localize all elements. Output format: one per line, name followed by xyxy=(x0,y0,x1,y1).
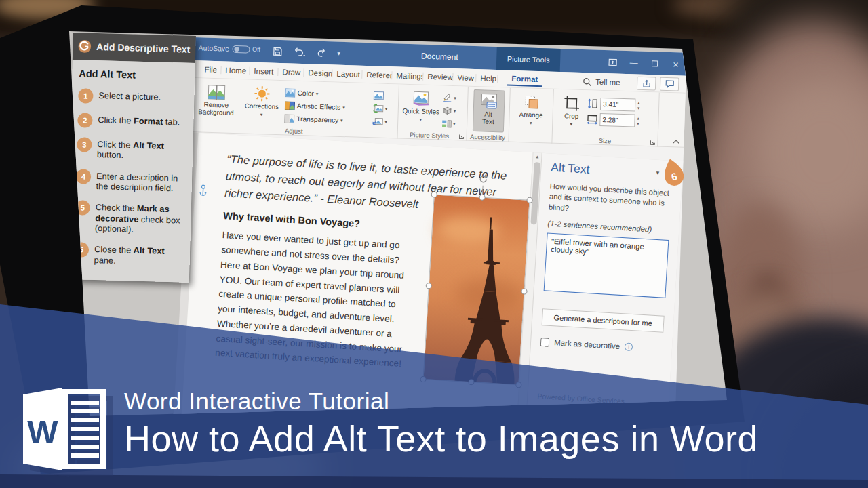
banner-subtitle: Word Interactive Tutorial xyxy=(124,388,389,415)
compress-pictures-icon xyxy=(373,91,384,100)
group-size: Crop ▾ ▴▾ ▴▾ xyxy=(552,89,659,147)
tell-me[interactable]: Tell me xyxy=(583,73,620,92)
change-picture-icon xyxy=(373,104,384,113)
tutorial-step-3: 3 Click the Alt Text button. xyxy=(77,136,186,162)
quick-styles-button[interactable]: Quick Styles ▾ xyxy=(401,87,441,131)
ribbon-display-options-icon[interactable] xyxy=(602,50,624,74)
remove-background-icon xyxy=(208,84,226,101)
change-picture-button[interactable]: ▾ xyxy=(373,102,388,114)
tutorial-step-1: 1 Select a picture. xyxy=(78,87,188,106)
crop-icon xyxy=(564,95,580,112)
group-arrange: Arrange ▾ xyxy=(509,88,553,144)
mark-as-decorative-label: Mark as decorative xyxy=(554,339,620,351)
description-field[interactable]: "Eiffel tower with an orange cloudy sky" xyxy=(544,232,669,298)
picture-styles-dialog-launcher-icon[interactable] xyxy=(458,134,464,139)
picture-border-button[interactable]: ▾ xyxy=(442,92,456,104)
size-dialog-launcher-icon[interactable] xyxy=(650,140,655,145)
shape-width-field[interactable] xyxy=(599,113,635,127)
width-spin-down-icon[interactable]: ▾ xyxy=(637,121,639,125)
tutorial-step-2: 2 Click the Format tab. xyxy=(77,112,187,130)
comment-button[interactable] xyxy=(660,77,679,92)
corrections-sun-icon xyxy=(254,85,271,102)
width-spin-up-icon[interactable]: ▴ xyxy=(637,116,639,121)
width-icon xyxy=(587,114,597,124)
tutorial-steps-panel: Add Alt Text 1 Select a picture. 2 Click… xyxy=(66,60,195,283)
generate-description-button[interactable]: Generate a description for me xyxy=(542,308,665,333)
step-number-badge: 2 xyxy=(77,113,93,128)
tutorial-header: Add Descriptive Text xyxy=(73,33,196,63)
arrange-icon xyxy=(523,94,540,110)
step-number-badge: 4 xyxy=(76,169,92,184)
info-icon[interactable]: i xyxy=(625,343,633,352)
step-number-badge: 3 xyxy=(77,137,92,152)
transparency-icon xyxy=(284,114,294,123)
tab-mailings[interactable]: Mailings xyxy=(392,71,423,80)
picture-effects-button[interactable]: ▾ xyxy=(442,105,456,117)
picture-border-icon xyxy=(442,93,452,102)
share-button[interactable] xyxy=(637,77,656,91)
height-spin-down-icon[interactable]: ▾ xyxy=(637,105,639,110)
picture-layout-button[interactable]: ▾ xyxy=(441,118,456,129)
alt-text-pane-title: Alt Text xyxy=(551,161,673,182)
arrange-button[interactable]: Arrange ▾ xyxy=(512,91,551,134)
tutorial-step-5: 5 Check the Mark as decorative check box… xyxy=(75,200,184,237)
tab-insert[interactable]: Insert xyxy=(250,66,278,75)
customguide-logo-icon xyxy=(78,37,91,56)
tutorial-step-4: 4 Enter a description in the description… xyxy=(75,168,185,194)
alt-text-hint: (1-2 sentences recommended) xyxy=(547,219,669,235)
search-icon xyxy=(583,77,591,86)
object-anchor-icon xyxy=(199,184,208,199)
comment-icon xyxy=(665,80,673,88)
tab-view[interactable]: View xyxy=(453,73,476,82)
mark-as-decorative-checkbox[interactable] xyxy=(540,338,550,347)
shape-height-field[interactable] xyxy=(600,98,636,112)
tab-references[interactable]: References xyxy=(362,70,392,79)
minimize-button[interactable]: — xyxy=(623,51,645,75)
tutorial-step-6: 6 Close the Alt Text pane. xyxy=(73,242,183,268)
maximize-button[interactable] xyxy=(644,52,666,75)
color-button[interactable]: Color▾ xyxy=(285,87,372,101)
artistic-effects-icon xyxy=(285,101,295,110)
tutorial-header-title: Add Descriptive Text xyxy=(96,41,191,55)
group-adjust: Remove Background Corrections ▾ Color▾ xyxy=(191,78,399,139)
alt-text-button[interactable]: Alt Text xyxy=(472,89,505,132)
corrections-button[interactable]: Corrections ▾ xyxy=(238,82,285,125)
scroll-up-icon[interactable]: ▲ xyxy=(533,154,541,159)
tutorial-sidebar: Add Descriptive Text Add Alt Text 1 Sele… xyxy=(66,33,196,283)
crop-button[interactable]: Crop ▾ xyxy=(555,92,588,135)
step-number-badge: 1 xyxy=(78,88,94,104)
height-icon xyxy=(587,98,598,108)
picture-effects-icon xyxy=(442,106,452,115)
color-icon xyxy=(285,88,295,97)
tab-design[interactable]: Design xyxy=(304,68,332,77)
transparency-button[interactable]: Transparency▾ xyxy=(284,113,371,127)
banner-title: How to Add Alt Text to Images in Word xyxy=(124,418,758,460)
reset-picture-icon xyxy=(372,117,383,125)
group-accessibility: Alt Text Accessibility xyxy=(467,87,510,142)
window-controls: — × xyxy=(602,50,687,76)
svg-text:W: W xyxy=(27,414,58,450)
tab-home[interactable]: Home xyxy=(221,66,250,75)
tab-review[interactable]: Review xyxy=(423,72,453,81)
picture-layout-icon xyxy=(441,119,452,127)
quick-styles-icon xyxy=(412,90,431,107)
share-icon xyxy=(642,79,650,87)
rotate-handle[interactable] xyxy=(477,173,490,185)
tab-layout[interactable]: Layout xyxy=(332,69,362,78)
height-spin-up-icon[interactable]: ▴ xyxy=(637,100,639,105)
tab-draw[interactable]: Draw xyxy=(278,67,304,76)
tab-help[interactable]: Help xyxy=(476,74,498,83)
group-picture-styles: Quick Styles ▾ ▾ ▾ ▾ Picture Styles xyxy=(397,85,468,141)
picture-tools-tab[interactable]: Picture Tools xyxy=(496,47,561,72)
collapse-ribbon-icon[interactable] xyxy=(672,139,679,144)
artistic-effects-button[interactable]: Artistic Effects▾ xyxy=(285,100,372,114)
reset-picture-button[interactable]: ▾ xyxy=(372,115,387,127)
alt-text-question: How would you describe this object and i… xyxy=(549,182,672,220)
remove-background-button[interactable]: Remove Background xyxy=(193,81,239,124)
tutorial-title: Add Alt Text xyxy=(79,68,188,81)
tab-file[interactable]: File xyxy=(200,65,221,74)
compress-pictures-button[interactable] xyxy=(373,89,388,101)
word-logo: W xyxy=(18,384,108,474)
tab-format-active[interactable]: Format xyxy=(507,72,542,87)
tutorial-screenshot: AutoSave Off ▾ Document Picture Tools — … xyxy=(0,0,868,488)
